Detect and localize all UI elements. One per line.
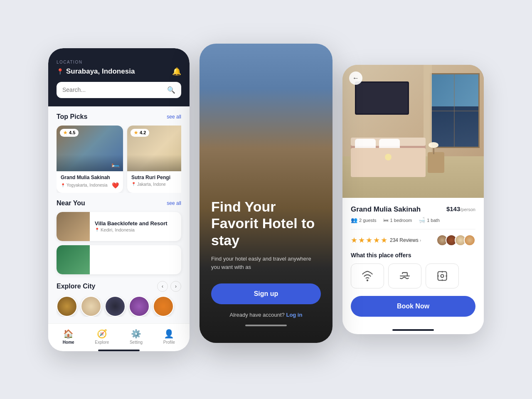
offers-title: What this place offers <box>351 252 475 259</box>
location-label: LOCATION <box>57 60 181 64</box>
prev-arrow[interactable]: ‹ <box>157 281 168 292</box>
near-you-header: Near You see all <box>57 200 181 207</box>
city-4[interactable] <box>129 296 150 317</box>
city-1[interactable] <box>57 296 77 317</box>
bed-icon: 🛏️ <box>111 160 120 168</box>
offer-wifi[interactable] <box>351 264 384 288</box>
pin-icon-sm: 📍 <box>131 182 136 186</box>
svg-rect-20 <box>356 83 408 113</box>
near-thumb-1 <box>57 212 90 241</box>
book-now-button[interactable]: Book Now <box>351 296 475 317</box>
star-1: ★ <box>351 236 357 245</box>
offers-grid <box>351 264 475 288</box>
svg-rect-24 <box>438 272 447 281</box>
avatar-4 <box>464 234 475 246</box>
offer-clock[interactable] <box>426 264 459 288</box>
bath-icon: 🛁 <box>419 217 425 223</box>
hero-subtitle: Find your hotel easly and travel anywher… <box>211 255 321 271</box>
hotel-loc-2: 📍 Jakarta, Indone <box>131 182 166 187</box>
pin-icon: 📍 <box>57 68 64 75</box>
city-5[interactable] <box>153 296 174 317</box>
near-hotel-name: Villa Baecklofete and Resort <box>95 220 176 227</box>
hotel-info-2: Sutra Ruri Pengi 📍 Jakarta, Indone <box>127 171 181 191</box>
hotel-card-2[interactable]: ★ 4.2 🛏️ Sutra Ruri Pengi 📍 Jakarta, Ind… <box>127 126 181 193</box>
screen-onboarding: Find Your Favorit Hotel to stay Find you… <box>200 44 332 343</box>
star-4: ★ <box>373 236 380 245</box>
setting-label: Setting <box>130 340 143 345</box>
bottom-nav: 🏠 Home 🧭 Explore ⚙️ Setting 👤 Profile <box>48 323 190 348</box>
explore-nav: ‹ › <box>157 281 181 292</box>
near-you-card-2[interactable] <box>57 245 181 274</box>
home-icon: 🏠 <box>63 329 74 339</box>
svg-point-22 <box>367 280 368 281</box>
price-unit: /person <box>460 207 475 212</box>
nav-explore[interactable]: 🧭 Explore <box>95 329 109 345</box>
nav-setting[interactable]: ⚙️ Setting <box>130 329 143 345</box>
bedroom-icon: 🛏 <box>383 217 389 223</box>
svg-rect-16 <box>428 152 444 173</box>
pool-icon <box>399 270 411 282</box>
search-icon[interactable]: 🔍 <box>167 86 175 94</box>
hero-tagline: Find Your Favorit Hotel to stay <box>211 198 321 249</box>
location-name[interactable]: 📍 Surabaya, Indonesia <box>57 67 135 76</box>
login-link[interactable]: Log in <box>286 312 302 318</box>
heart-icon-1[interactable]: ❤️ <box>112 182 119 189</box>
signup-button[interactable]: Sign up <box>211 283 321 304</box>
star-icon: ★ <box>134 130 138 135</box>
profile-label: Profile <box>163 340 175 345</box>
nav-profile[interactable]: 👤 Profile <box>163 329 175 345</box>
top-picks-header: Top Picks see all <box>57 113 181 121</box>
svg-point-25 <box>441 275 444 278</box>
star-icon: ★ <box>63 130 67 135</box>
clock-icon <box>436 270 448 282</box>
home-label: Home <box>63 340 74 345</box>
hotel-detail-header: Grand Mulia Sakinah $143/person <box>351 205 475 214</box>
rating-badge-1: ★ 4.5 <box>60 129 79 137</box>
amenity-guests: 👥 2 guests <box>351 217 377 223</box>
explore-header: Explore City ‹ › <box>57 281 181 292</box>
hotel-location-row-2: 📍 Jakarta, Indone <box>131 182 181 187</box>
top-picks-title: Top Picks <box>57 113 87 121</box>
hotel-card-1[interactable]: ★ 4.5 🛏️ Grand Mulia Sakinah 📍 Yogyakart… <box>57 126 123 193</box>
nav-home[interactable]: 🏠 Home <box>63 329 74 345</box>
near-thumb-2 <box>57 245 90 274</box>
see-all-top-picks[interactable]: see all <box>167 114 181 120</box>
explore-title: Explore City <box>57 283 95 290</box>
detail-hotel-name: Grand Mulia Sakinah <box>351 205 421 214</box>
reviews-count[interactable]: 234 Reviews › <box>390 237 421 243</box>
price-block: $143/person <box>446 205 475 213</box>
next-arrow[interactable]: › <box>170 281 181 292</box>
review-avatars <box>436 234 475 246</box>
city-2[interactable] <box>81 296 101 317</box>
search-input[interactable] <box>62 86 163 93</box>
hotel-name-1: Grand Mulia Sakinah <box>61 175 119 180</box>
guests-icon: 👥 <box>351 217 357 223</box>
star-rating: ★ ★ ★ ★ ★ <box>351 236 387 245</box>
near-you-card-1[interactable]: Villa Baecklofete and Resort 📍 Kediri, I… <box>57 212 181 241</box>
onboarding-bg: Find Your Favorit Hotel to stay Find you… <box>200 44 332 343</box>
img-overlay <box>127 155 181 171</box>
see-all-near[interactable]: see all <box>167 200 181 206</box>
detail-home-bar <box>392 329 434 331</box>
home-body: Top Picks see all ★ 4.5 🛏️ <box>48 106 190 323</box>
hotel-room-svg <box>342 65 484 198</box>
star-2: ★ <box>358 236 365 245</box>
top-picks-grid: ★ 4.5 🛏️ Grand Mulia Sakinah 📍 Yogyakart… <box>57 126 181 193</box>
hotel-loc-1: 📍 Yogyakarta, Indonesia <box>61 183 108 187</box>
screen-home: LOCATION 📍 Surabaya, Indonesia 🔔 🔍 Top P… <box>48 48 190 351</box>
screen-detail: ← Grand Mulia Sakinah $143/person 👥 2 gu… <box>342 65 484 334</box>
hotel-name-2: Sutra Ruri Pengi <box>131 175 181 180</box>
stars-section: ★ ★ ★ ★ ★ 234 Reviews › <box>351 236 421 245</box>
chevron-right-icon: › <box>420 238 421 243</box>
offer-pool[interactable] <box>388 264 421 288</box>
back-button[interactable]: ← <box>349 71 362 85</box>
divider-1 <box>351 229 475 229</box>
search-bar: 🔍 <box>57 82 181 98</box>
pin-icon-sm: 📍 <box>95 228 99 232</box>
bell-icon[interactable]: 🔔 <box>172 67 181 76</box>
hotel-img-1: ★ 4.5 🛏️ <box>57 126 123 171</box>
near-you-section: Near You see all Villa Baecklofete and R… <box>57 200 181 274</box>
explore-icon: 🧭 <box>97 329 107 339</box>
city-3[interactable] <box>105 296 126 317</box>
reviews-row: ★ ★ ★ ★ ★ 234 Reviews › <box>351 234 475 246</box>
